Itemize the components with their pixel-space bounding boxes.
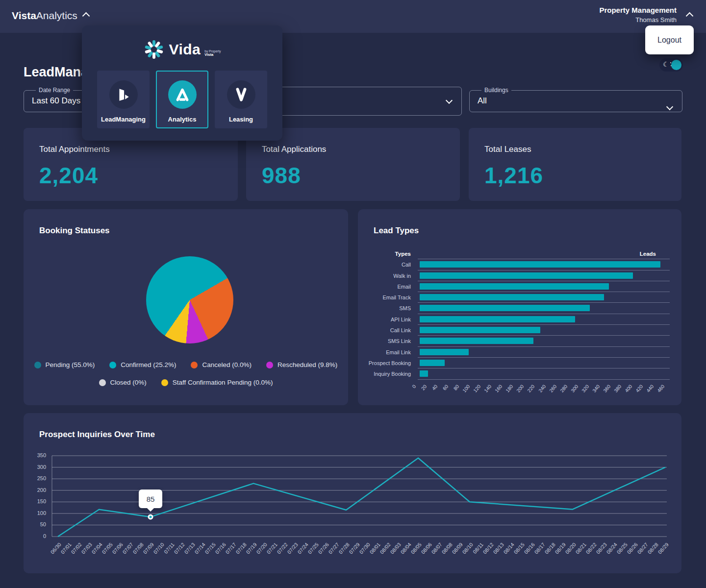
stat-value: 2,204 [39,162,222,189]
app-tile-label: Analytics [168,116,197,123]
lead-type-label: Walk in [358,270,418,281]
vida-logo: Vida by PropertyVista [82,38,282,61]
brand-bold: Vista [12,10,36,21]
legend-item[interactable]: Canceled (0.0%) [191,361,252,368]
legend-item[interactable]: Pending (55.0%) [34,361,95,368]
lead-type-label: Email [358,281,418,292]
lead-type-bar [420,370,428,377]
lead-type-row: Email Link [358,347,681,358]
app-tile-label: LeadManaging [101,116,146,123]
account-org: Property Management [599,6,677,14]
legend-item[interactable]: Staff Confirmation Pending (0.0%) [161,379,273,386]
lead-type-bar [420,349,469,355]
buildings-select[interactable]: Buildings All [469,87,682,112]
lead-type-bar [420,272,633,279]
y-axis-tick: 200 [33,487,46,493]
y-axis-tick: 50 [33,521,46,527]
lead-type-label: SMS [358,303,418,314]
x-axis-tick: 420 [630,384,644,398]
y-axis-tick: 250 [33,475,46,481]
lead-type-label: Prospect Booking [358,358,418,368]
app-tile-analytics[interactable]: Analytics [156,71,208,128]
legend-label: Pending (55.0%) [46,361,95,368]
col-header-types: Types [358,248,418,259]
lead-type-bar [420,360,445,366]
vida-pinwheel-icon [143,39,165,60]
prospect-inquiries-panel: Prospect Inquiries Over Time 35030025020… [24,413,681,573]
x-axis-tick: 300 [565,384,579,398]
legend-label: Staff Confirmation Pending (0.0%) [173,379,273,386]
lead-type-bar [420,261,660,268]
lead-type-row: SMS [358,303,681,314]
lead-types-header: Types Leads [358,248,681,259]
legend-item[interactable]: Confirmed (25.2%) [109,361,176,368]
legend-swatch [99,379,106,386]
panel-title: Prospect Inquiries Over Time [39,430,155,440]
lead-type-label: Email Link [358,347,418,358]
app-switcher-popover: Vida by PropertyVista LeadManaging Analy… [82,25,282,141]
y-axis-tick: 300 [33,464,46,470]
lead-type-label: Call Link [358,325,418,336]
booking-statuses-pie [146,256,233,343]
app-tile-leadmanaging[interactable]: LeadManaging [97,71,150,128]
moon-icon: ☾ [663,60,669,68]
y-axis-tick: 100 [33,510,46,516]
theme-toggle[interactable]: ☾ [659,58,683,72]
x-axis-tick: 220 [522,384,536,398]
lead-type-label: Inquiry Booking [358,368,418,379]
lead-type-bar [420,294,604,300]
x-axis-tick: 280 [555,384,568,398]
stat-card: Total Leases 1,216 [469,128,681,201]
legend-item[interactable]: Rescheduled (9.8%) [266,361,337,368]
x-axis-tick: 360 [598,384,612,398]
y-axis-tick: 0 [33,533,46,539]
legend-label: Confirmed (25.2%) [121,361,176,368]
lead-type-label: SMS Link [358,336,418,346]
panel-title: Lead Types [374,226,419,236]
lead-types-panel: Lead Types Types Leads Call Walk in Emai… [358,209,681,405]
lead-type-row: Email [358,281,681,292]
stat-label: Total Leases [484,145,666,154]
pie-legend-row-2: Closed (0%) Staff Confirmation Pending (… [24,379,348,386]
brand-light: Analytics [36,10,77,21]
lead-type-bar [420,338,533,344]
tooltip-value: 85 [147,495,155,503]
lead-types-chart: Types Leads Call Walk in Email Email Tra… [358,248,681,402]
x-axis-tick: 240 [533,384,547,398]
lead-type-bar [420,283,609,290]
lead-type-row: Email Track [358,292,681,303]
legend-label: Rescheduled (9.8%) [277,361,337,368]
booking-statuses-panel: Booking Statuses Pending (55.0%) Confirm… [24,209,348,405]
analytics-icon [168,80,197,109]
lead-type-bar [420,305,590,311]
chevron-up-icon [82,12,90,20]
account-menu-trigger[interactable]: Property Management Thomas Smith [599,6,693,24]
lead-type-row: Prospect Booking [358,358,681,368]
lead-type-label: Call [358,259,418,270]
brand-menu-trigger[interactable]: VistaAnalytics [12,10,89,22]
leasing-icon [227,80,255,109]
legend-swatch [266,362,273,368]
buildings-label: Buildings [481,87,511,94]
stat-label: Total Appointments [39,145,222,154]
toggle-knob [671,60,681,70]
lead-type-row: SMS Link [358,336,681,346]
logout-menu: Logout [645,25,694,54]
stat-label: Total Applications [262,145,444,154]
x-axis-tick: 340 [587,384,601,398]
x-axis-tick: 400 [620,384,633,398]
vida-wordmark: Vida [169,41,201,58]
logout-button[interactable]: Logout [655,35,684,45]
stat-value: 1,216 [484,162,666,189]
lead-type-row: API Link [358,314,681,325]
stat-value: 988 [262,162,444,189]
app-tile-label: Leasing [229,116,253,123]
legend-swatch [191,362,198,368]
legend-item[interactable]: Closed (0%) [99,379,147,386]
lead-type-row: Inquiry Booking [358,368,681,379]
app-tile-leasing[interactable]: Leasing [215,71,267,128]
y-axis-tick: 350 [33,452,46,458]
legend-swatch [34,362,41,368]
vida-byline: by PropertyVista [204,49,221,56]
lead-type-row: Walk in [358,270,681,281]
